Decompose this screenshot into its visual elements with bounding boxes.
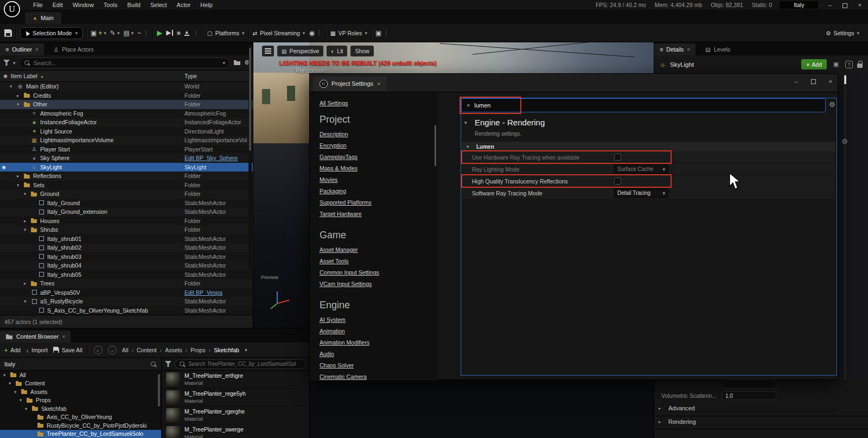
table-row[interactable]: ◉ ▾ Sets Folder [0,181,253,190]
expander-icon[interactable]: ▸ [24,281,30,286]
nav-item[interactable]: Common Input Settings [320,269,438,281]
cinematics-button[interactable]: ▤▾ [123,29,133,37]
table-row[interactable]: ◉ Italy_shrub02 StaticMeshActor [0,243,253,252]
tree-folder-row[interactable]: ▾ All [0,371,161,379]
table-row[interactable]: ◉ Italy_shrub04 StaticMeshActor [0,261,253,270]
scrollbar-thumb[interactable] [249,48,251,151]
nav-item[interactable]: GameplayTags [320,154,438,165]
nav-item[interactable]: Description [320,131,438,142]
table-row[interactable]: ◉ ▾ Ground Folder [0,189,253,199]
menu-item[interactable]: Actor [172,1,196,9]
asset-item[interactable]: M_TreePlanter_swerge Material [162,424,309,438]
expander-icon[interactable]: ▾ [10,84,16,89]
table-row[interactable]: ◉ Italy_shrub03 StaticMeshActor [0,252,253,262]
tree-scrollbar-thumb[interactable] [158,374,160,407]
table-row[interactable]: ◉ ▾ Main (Editor) World [0,82,253,91]
asset-search-field[interactable] [188,361,302,367]
tree-folder-row[interactable]: ▾ Props [0,396,161,405]
expander-icon[interactable]: ▸ [24,218,30,224]
tree-folder-row[interactable]: ▾ Content [0,379,161,388]
chevron-down-icon[interactable]: ▾ [245,347,247,353]
table-row[interactable]: ◉ ▸ Reflections Folder [0,172,253,181]
eject-button[interactable]: ▲ [184,30,189,36]
camera-button[interactable]: ▣⋮ [375,29,389,37]
table-row[interactable]: ◉ Italy_shrub05 StaticMeshActor [0,270,253,280]
project-settings-titlebar[interactable]: U Project Settings × – × [310,74,838,92]
filter-funnel-icon[interactable] [165,361,171,367]
settings-row[interactable]: Use Hardware Ray Tracing when available … [462,151,835,163]
expander-icon[interactable]: ▾ [24,227,30,232]
close-icon[interactable]: × [62,334,65,340]
eye-icon[interactable]: ◉ [3,73,8,79]
menu-item[interactable]: Window [68,1,99,9]
close-icon[interactable]: × [377,80,380,87]
nav-item[interactable]: Maps & Modes [320,165,438,176]
close-icon[interactable]: × [35,47,39,53]
expander-icon[interactable]: ▾ [14,389,21,395]
expander-icon[interactable]: ▸ [17,93,23,98]
menu-item[interactable]: Select [145,1,172,9]
settings-dropdown[interactable]: ⚙Settings▾ [826,30,859,36]
table-row[interactable]: ◉ SkyLight SkyLight [0,163,253,172]
column-item-label[interactable]: Item Label [11,73,37,79]
nav-item[interactable]: Supported Platforms [320,199,438,211]
save-button[interactable] [4,29,12,37]
maximize-button[interactable] [843,3,847,8]
expander-icon[interactable]: ▸ [17,173,23,179]
clear-search-icon[interactable]: × [467,102,470,109]
import-button[interactable]: ↓Import [26,347,48,353]
table-row[interactable]: ◉ S_Axis_CC_by_OliverYeung_Sketchfab Sta… [0,306,253,315]
table-row[interactable]: ◉ ▾ Shrubs Folder [0,225,253,234]
column-type[interactable]: Type [184,73,197,79]
tab-details[interactable]: ≡ Details × [654,43,695,55]
setting-dropdown[interactable]: Detail Tracing ▾ [614,188,668,198]
settings-row[interactable]: Ray Lighting Mode Surface Cache ▾ [462,163,835,175]
table-row[interactable]: ◉ aBP_Vespa50V Edit BP_Vespa [0,288,253,297]
breadcrumb-item[interactable]: Props [190,347,210,353]
breadcrumb-item[interactable]: Sketchfab [214,347,239,353]
filter-funnel-icon[interactable] [3,60,10,66]
show-dropdown[interactable]: Show [350,46,373,56]
maximize-button[interactable] [811,79,816,84]
nav-item[interactable]: Audio [320,351,438,362]
nav-scrollbar-thumb[interactable] [435,125,436,166]
expander-icon[interactable]: ▾ [17,182,23,188]
asset-search-input[interactable] [175,359,306,369]
settings-search-bar[interactable]: × lumen [461,98,826,112]
outliner-search-input[interactable]: ▾ [19,58,231,68]
curves-button[interactable]: ~⋮ [137,29,149,37]
minimize-button[interactable]: – [828,2,831,8]
menu-item[interactable]: Tools [99,1,123,9]
swap-panel-icon[interactable]: ▣ [831,61,841,68]
table-row[interactable]: ◉ ▾ aS_RustyBicycle StaticMeshActor [0,297,253,306]
lock-icon[interactable] [857,64,863,68]
close-icon[interactable]: × [687,47,690,53]
nav-item[interactable]: Animation [320,328,438,339]
table-row[interactable]: ◉ ▸ Credits Folder [0,91,253,100]
platforms-dropdown[interactable]: ▢Platforms▾ [207,30,245,36]
rendering-category[interactable]: ▸Rendering [659,418,696,425]
search-icon[interactable] [150,361,157,367]
expander-icon[interactable]: ▾ [20,397,26,403]
play-options-kebab[interactable]: ⋮ [193,29,199,36]
nav-item[interactable]: AI System [320,316,438,328]
close-button[interactable]: × [829,78,832,85]
tab-place-actors[interactable]: ♙ Place Actors [48,43,99,55]
add-component-button[interactable]: +Add [801,59,827,69]
expander-icon[interactable]: ▾ [24,191,30,196]
project-settings-tab[interactable]: U Project Settings × [313,77,387,91]
perspective-dropdown[interactable]: ▧Perspective [277,46,323,56]
menu-item[interactable]: Edit [48,1,68,9]
details-scrollbar[interactable] [844,73,846,380]
nav-all-settings-link[interactable]: All Settings [320,100,438,106]
tree-folder-row[interactable]: ▾ Assets [0,388,161,396]
add-asset-button[interactable]: +Add [4,347,21,353]
nav-item[interactable]: Target Hardware [320,211,438,222]
table-row[interactable]: ◉ LightmassImportanceVolume LightmassImp… [0,136,253,145]
tree-filter-row[interactable]: Italy [0,358,161,371]
blueprints-button[interactable]: ✎▾ [110,29,120,37]
expander-icon[interactable]: ▾ [24,299,30,304]
table-row[interactable]: ◉ Italy_Ground_extension StaticMeshActor [0,207,253,217]
visibility-eye-icon[interactable]: ◉ [2,164,6,170]
lit-dropdown[interactable]: ◐Lit [327,46,347,56]
